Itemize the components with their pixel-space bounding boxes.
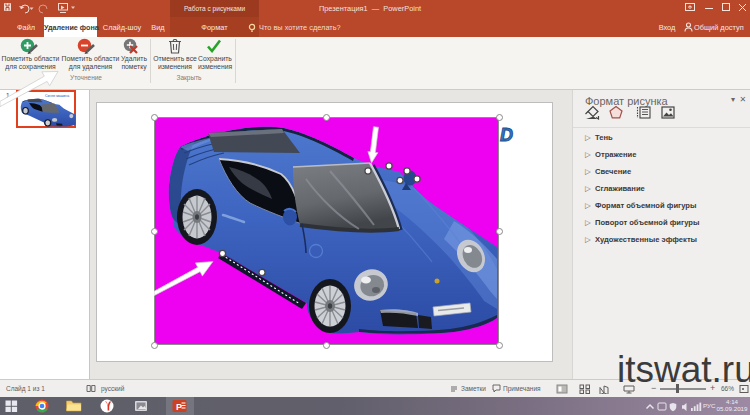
svg-text:P: P xyxy=(176,402,182,412)
svg-text:D: D xyxy=(500,125,513,145)
